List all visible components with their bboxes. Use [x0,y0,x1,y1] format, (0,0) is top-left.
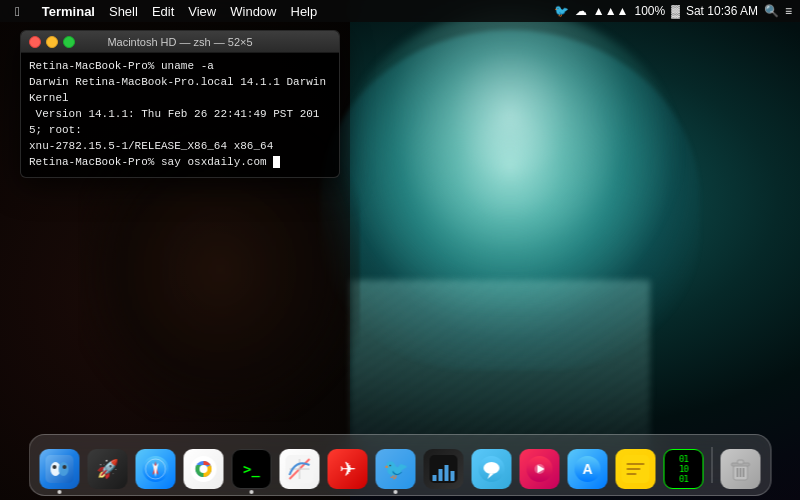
terminal-title: Macintosh HD — zsh — 52×5 [107,36,252,48]
terminal-line-4: xnu-2782.15.5-1/RELEASE_X86_64 x86_64 [29,139,331,155]
wifi-icon[interactable]: ▲▲▲ [593,4,629,18]
safari-icon [136,449,176,489]
terminal-line-5: Retina-MacBook-Pro% say osxdaily.com [29,155,331,171]
itunes-icon [520,449,560,489]
jellyfish-glow [340,10,680,310]
launchpad-icon: 🚀 [88,449,128,489]
battery-icon: ▓ [671,4,680,18]
traffic-lights [29,36,75,48]
svg-point-4 [63,465,67,469]
dock-messages[interactable] [470,447,514,491]
svg-rect-31 [627,468,641,470]
dock-notes[interactable] [614,447,658,491]
svg-text:A: A [582,461,592,477]
menu-shell[interactable]: Shell [102,2,145,21]
messages-icon [472,449,512,489]
svg-point-2 [59,462,69,476]
finder-icon [40,449,80,489]
svg-rect-20 [451,471,455,481]
dock-tweetbot[interactable]: 🐦 [374,447,418,491]
dock: 🚀 [29,434,772,496]
minimize-button[interactable] [46,36,58,48]
dock-matrix[interactable]: 011001 [662,447,706,491]
pastebot-icon: ✈ [328,449,368,489]
istatmenus-icon [424,449,464,489]
dock-finder[interactable] [38,447,82,491]
menu-view[interactable]: View [181,2,223,21]
terminal-line-1: Retina-MacBook-Pro% uname -a [29,59,331,75]
svg-point-22 [484,462,500,474]
menubar:  Terminal Shell Edit View Window Help 🐦… [0,0,800,22]
terminal-app-icon: >_ [232,449,272,489]
dock-itunes[interactable] [518,447,562,491]
svg-point-11 [200,465,208,473]
notes-icon [616,449,656,489]
menubar-left:  Terminal Shell Edit View Window Help [8,2,324,21]
terminal-cursor [273,156,280,168]
dock-istatmenus[interactable] [422,447,466,491]
svg-rect-17 [433,475,437,481]
svg-point-3 [53,465,57,469]
svg-rect-19 [445,465,449,481]
chrome-icon [184,449,224,489]
dock-grapher[interactable] [278,447,322,491]
dock-divider [712,447,713,483]
dock-appstore[interactable]: A [566,447,610,491]
terminal-titlebar: Macintosh HD — zsh — 52×5 [21,31,339,53]
menu-terminal[interactable]: Terminal [35,2,102,21]
svg-rect-35 [738,460,744,464]
apple-menu[interactable]:  [8,2,27,21]
trash-icon [721,449,761,489]
terminal-running-dot [250,490,254,494]
spotlight-icon[interactable]: 🔍 [764,4,779,18]
menubar-right: 🐦 ☁ ▲▲▲ 100% ▓ Sat 10:36 AM 🔍 ≡ [554,4,792,18]
svg-rect-32 [627,473,637,475]
battery-percent: 100% [634,4,665,18]
dock-chrome[interactable] [182,447,226,491]
close-button[interactable] [29,36,41,48]
grapher-icon [280,449,320,489]
matrix-icon: 011001 [664,449,704,489]
menu-edit[interactable]: Edit [145,2,181,21]
notification-icon[interactable]: ≡ [785,4,792,18]
svg-rect-18 [439,469,443,481]
maximize-button[interactable] [63,36,75,48]
appstore-icon: A [568,449,608,489]
twitter-status-icon[interactable]: 🐦 [554,4,569,18]
datetime: Sat 10:36 AM [686,4,758,18]
terminal-line-3: Version 14.1.1: Thu Feb 26 22:41:49 PST … [29,107,331,139]
svg-rect-30 [627,463,645,465]
dock-launchpad[interactable]: 🚀 [86,447,130,491]
terminal-line-2: Darwin Retina-MacBook-Pro.local 14.1.1 D… [29,75,331,107]
desktop:  Terminal Shell Edit View Window Help 🐦… [0,0,800,500]
dock-safari[interactable] [134,447,178,491]
menu-window[interactable]: Window [223,2,283,21]
terminal-body[interactable]: Retina-MacBook-Pro% uname -a Darwin Reti… [21,53,339,177]
terminal-window: Macintosh HD — zsh — 52×5 Retina-MacBook… [20,30,340,178]
tweetbot-icon: 🐦 [376,449,416,489]
icloud-icon[interactable]: ☁ [575,4,587,18]
finder-running-dot [58,490,62,494]
dock-pastebot[interactable]: ✈ [326,447,370,491]
dock-trash[interactable] [719,447,763,491]
menu-help[interactable]: Help [284,2,325,21]
tweetbot-running-dot [394,490,398,494]
dock-terminal[interactable]: >_ [230,447,274,491]
